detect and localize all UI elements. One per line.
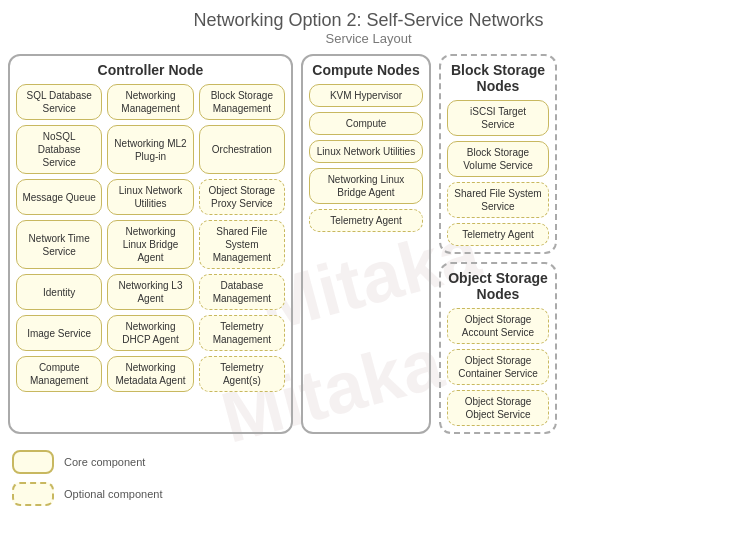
controller-node-title: Controller Node [16,62,285,78]
service-networking-dhcp[interactable]: Networking DHCP Agent [107,315,193,351]
block-storage-nodes: Block Storage Nodes iSCSI Target Service… [439,54,557,254]
legend-core-box [12,450,54,474]
controller-node: Controller Node SQL Database Service Net… [8,54,293,434]
service-networking-ml2[interactable]: Networking ML2 Plug-in [107,125,193,174]
page-subtitle: Service Layout [0,31,737,46]
object-storage-title: Object Storage Nodes [447,270,549,302]
service-database-management[interactable]: Database Management [199,274,285,310]
object-storage-nodes: Object Storage Nodes Object Storage Acco… [439,262,557,434]
service-object-storage-proxy[interactable]: Object Storage Proxy Service [199,179,285,215]
service-telemetry-management[interactable]: Telemetry Management [199,315,285,351]
os-account[interactable]: Object Storage Account Service [447,308,549,344]
bs-telemetry[interactable]: Telemetry Agent [447,223,549,246]
service-identity[interactable]: Identity [16,274,102,310]
service-networking-management[interactable]: Networking Management [107,84,193,120]
service-orchestration[interactable]: Orchestration [199,125,285,174]
compute-nodes: Compute Nodes KVM Hypervisor Compute Lin… [301,54,431,434]
block-storage-grid: iSCSI Target Service Block Storage Volum… [447,100,549,246]
object-storage-grid: Object Storage Account Service Object St… [447,308,549,426]
service-nosql-database[interactable]: NoSQL Database Service [16,125,102,174]
legend-core-label: Core component [64,456,145,468]
compute-networking-bridge[interactable]: Networking Linux Bridge Agent [309,168,423,204]
service-shared-file-system-mgmt[interactable]: Shared File System Management [199,220,285,269]
os-object[interactable]: Object Storage Object Service [447,390,549,426]
compute-nodes-title: Compute Nodes [309,62,423,78]
bs-iscsi[interactable]: iSCSI Target Service [447,100,549,136]
right-column: Block Storage Nodes iSCSI Target Service… [439,54,557,434]
service-telemetry-agents[interactable]: Telemetry Agent(s) [199,356,285,392]
legend-optional: Optional component [12,482,737,506]
compute-telemetry[interactable]: Telemetry Agent [309,209,423,232]
legend-optional-box [12,482,54,506]
service-message-queue[interactable]: Message Queue [16,179,102,215]
service-sql-database[interactable]: SQL Database Service [16,84,102,120]
service-networking-l3[interactable]: Networking L3 Agent [107,274,193,310]
compute-kvm[interactable]: KVM Hypervisor [309,84,423,107]
block-storage-title: Block Storage Nodes [447,62,549,94]
service-network-time[interactable]: Network Time Service [16,220,102,269]
legend-core: Core component [12,450,737,474]
page-title: Networking Option 2: Self-Service Networ… [0,0,737,31]
service-compute-management[interactable]: Compute Management [16,356,102,392]
bs-volume[interactable]: Block Storage Volume Service [447,141,549,177]
service-block-storage-mgmt[interactable]: Block Storage Management [199,84,285,120]
controller-grid: SQL Database Service Networking Manageme… [16,84,285,392]
os-container[interactable]: Object Storage Container Service [447,349,549,385]
compute-compute[interactable]: Compute [309,112,423,135]
compute-grid: KVM Hypervisor Compute Linux Network Uti… [309,84,423,232]
service-networking-linux-bridge[interactable]: Networking Linux Bridge Agent [107,220,193,269]
legend-optional-label: Optional component [64,488,162,500]
bs-shared-file[interactable]: Shared File System Service [447,182,549,218]
service-linux-network-utils[interactable]: Linux Network Utilities [107,179,193,215]
legend: Core component Optional component [0,442,737,506]
service-networking-metadata[interactable]: Networking Metadata Agent [107,356,193,392]
compute-linux-network[interactable]: Linux Network Utilities [309,140,423,163]
service-image[interactable]: Image Service [16,315,102,351]
